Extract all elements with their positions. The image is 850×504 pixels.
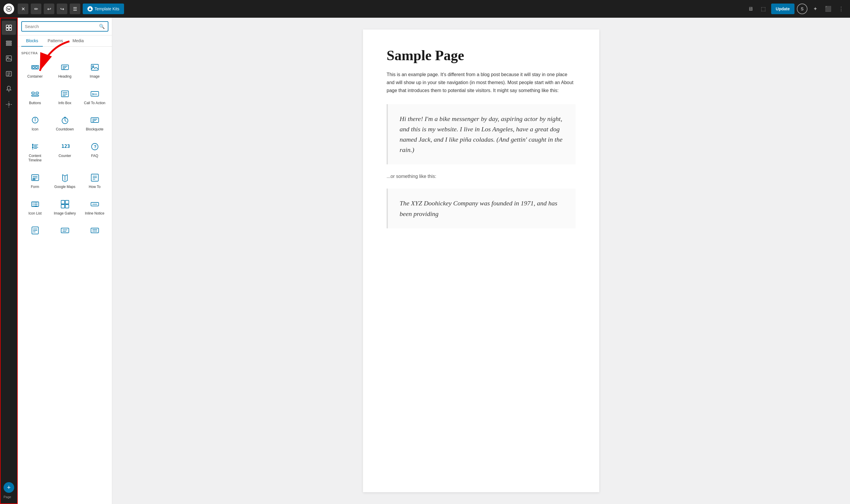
pen-button[interactable]: ✏	[31, 3, 41, 14]
more-button[interactable]: ⋮	[836, 3, 847, 14]
block-item-iconlist[interactable]: Icon List	[21, 195, 49, 219]
sparkle-button[interactable]: ✦	[810, 3, 820, 14]
block-item-more1[interactable]	[21, 222, 49, 241]
monitor-button[interactable]: 🖥	[745, 3, 756, 14]
tab-patterns[interactable]: Patterns	[43, 35, 68, 47]
block-item-maps[interactable]: Google Maps	[51, 169, 79, 193]
tab-media[interactable]: Media	[68, 35, 88, 47]
external-button[interactable]: ⬚	[758, 3, 769, 14]
block-item-container[interactable]: Container	[21, 58, 49, 83]
svg-rect-29	[32, 95, 39, 96]
page-canvas: Sample Page This is an example page. It'…	[363, 30, 599, 492]
infobox-label: Info Box	[58, 101, 71, 106]
counter-icon: 123↑	[60, 141, 70, 152]
toolbar: W ✕ ✏ ↩ ↪ ☰ Template Kits 🖥 ⬚ Update S ✦…	[0, 0, 850, 18]
maps-icon	[60, 172, 70, 183]
tabs-row: Blocks Patterns Media	[18, 35, 112, 47]
wp-logo[interactable]: W	[3, 3, 14, 14]
block-panel-content: SPECTRA Container	[18, 47, 112, 504]
block-item-cta[interactable]: Call To Action	[81, 85, 108, 109]
block-item-form[interactable]: Form	[21, 169, 49, 193]
quote-1-text: Hi there! I'm a bike messenger by day, a…	[400, 114, 564, 155]
blockquote-2: The XYZ Doohickey Company was founded in…	[387, 188, 576, 228]
redo-button[interactable]: ↪	[57, 3, 67, 14]
faq-icon: ?	[89, 141, 100, 152]
close-button[interactable]: ✕	[18, 3, 28, 14]
svg-rect-82	[61, 228, 69, 233]
blockquote-1: Hi there! I'm a bike messenger by day, a…	[387, 104, 576, 165]
svg-point-70	[33, 205, 33, 206]
sidebar-item-media[interactable]	[2, 51, 16, 66]
tab-blocks[interactable]: Blocks	[21, 35, 43, 47]
wp-sidebar: + Page	[0, 18, 18, 504]
block-panel: 🔍 Blocks Patterns Media SPECTRA	[18, 18, 112, 504]
notice-label: Inline Notice	[85, 211, 104, 216]
template-kits-label: Template Kits	[94, 6, 119, 11]
maps-label: Google Maps	[54, 185, 75, 190]
block-item-buttons[interactable]: Buttons	[21, 85, 49, 109]
svg-rect-73	[65, 200, 69, 204]
svg-rect-6	[9, 28, 12, 30]
block-item-icon[interactable]: Icon	[21, 111, 49, 136]
sidebar-item-tools[interactable]	[2, 82, 16, 96]
block-item-heading[interactable]: Heading	[51, 58, 79, 83]
svg-rect-85	[91, 228, 99, 233]
block-item-gallery[interactable]: Image Gallery	[51, 195, 79, 219]
gallery-label: Image Gallery	[54, 211, 76, 216]
block-item-counter[interactable]: 123↑ Counter	[51, 138, 79, 166]
page-title: Sample Page	[387, 47, 576, 64]
svg-text:W: W	[7, 7, 11, 11]
block-item-blockquote[interactable]: Blockquote	[81, 111, 108, 136]
undo-button[interactable]: ↩	[44, 3, 54, 14]
sidebar-item-add[interactable]: +	[3, 482, 14, 493]
iconlist-label: Icon List	[28, 211, 42, 216]
iconlist-icon	[30, 199, 40, 210]
howto-label: How To	[89, 185, 101, 190]
svg-point-17	[8, 104, 10, 105]
sidebar-item-patterns[interactable]	[2, 36, 16, 50]
block-item-faq[interactable]: ? FAQ	[81, 138, 108, 166]
sidebar-item-settings[interactable]	[2, 97, 16, 111]
block-item-more2[interactable]	[51, 222, 79, 241]
block-item-timeline[interactable]: Content Timeline	[21, 138, 49, 166]
svg-rect-72	[61, 200, 65, 204]
svg-rect-34	[91, 91, 99, 96]
block-item-image[interactable]: Image	[81, 58, 108, 83]
canvas-area: Sample Page This is an example page. It'…	[112, 18, 850, 504]
block-item-countdown[interactable]: Countdown	[51, 111, 79, 136]
list-view-button[interactable]: ☰	[70, 3, 80, 14]
sidebar-item-list[interactable]	[2, 67, 16, 81]
svg-rect-3	[6, 25, 8, 28]
more3-icon	[89, 225, 100, 236]
svg-rect-74	[61, 204, 65, 208]
heading-label: Heading	[58, 74, 71, 79]
svg-rect-9	[6, 44, 12, 46]
svg-rect-20	[35, 66, 37, 68]
or-text: ...or something like this:	[387, 174, 576, 179]
svg-rect-28	[36, 92, 39, 94]
block-item-notice[interactable]: Inline Notice	[81, 195, 108, 219]
block-item-howto[interactable]: How To	[81, 169, 108, 193]
svg-rect-10	[6, 56, 12, 61]
template-kits-button[interactable]: Template Kits	[83, 3, 124, 14]
more2-icon	[60, 225, 70, 236]
update-button[interactable]: Update	[771, 3, 795, 14]
svg-rect-7	[6, 41, 12, 42]
block-item-more3[interactable]	[81, 222, 108, 241]
search-input[interactable]	[25, 24, 97, 29]
svg-text:123↑: 123↑	[62, 143, 70, 149]
sidebar-bottom: + Page	[3, 482, 14, 501]
layout-button[interactable]: ⬛	[823, 3, 833, 14]
countdown-label: Countdown	[56, 127, 74, 132]
block-item-infobox[interactable]: Info Box	[51, 85, 79, 109]
counter-label: Counter	[58, 154, 71, 159]
avatar-button[interactable]: S	[797, 3, 808, 14]
notice-icon	[89, 199, 100, 210]
cta-label: Call To Action	[84, 101, 105, 106]
svg-text:?: ?	[94, 144, 97, 149]
timeline-label: Content Timeline	[22, 154, 48, 163]
container-label: Container	[27, 74, 42, 79]
infobox-icon	[60, 89, 70, 99]
sidebar-item-blocks[interactable]	[2, 21, 16, 35]
svg-point-38	[35, 118, 35, 119]
